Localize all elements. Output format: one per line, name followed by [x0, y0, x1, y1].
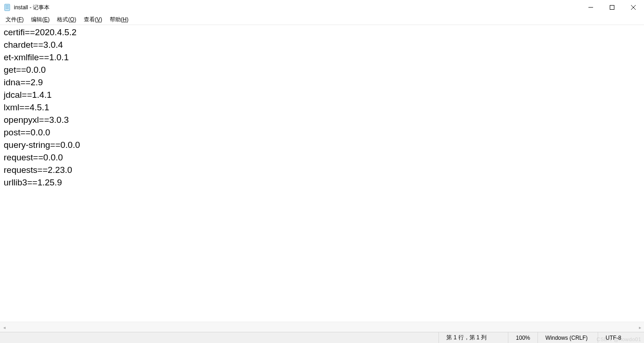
window-title: install - 记事本: [14, 4, 50, 12]
horizontal-scrollbar[interactable]: ◂ ▸: [0, 322, 644, 332]
scroll-right-arrow-icon: ▸: [636, 322, 644, 332]
menubar: 文件(F) 编辑(E) 格式(O) 查看(V) 帮助(H): [0, 15, 644, 25]
svg-rect-0: [5, 4, 10, 11]
menu-help[interactable]: 帮助(H): [107, 15, 131, 25]
status-line-ending: Windows (CRLF): [538, 332, 598, 343]
status-encoding: UTF-8 CSDN @howdo01: [598, 332, 644, 343]
minimize-button[interactable]: [580, 0, 601, 15]
menu-edit[interactable]: 编辑(E): [28, 15, 52, 25]
maximize-button[interactable]: [601, 0, 623, 15]
menu-format[interactable]: 格式(O): [54, 15, 79, 25]
menu-view[interactable]: 查看(V): [81, 15, 105, 25]
scroll-left-arrow-icon: ◂: [0, 322, 8, 332]
status-encoding-label: UTF-8: [606, 335, 621, 341]
editor-container: certifi==2020.4.5.2 chardet==3.0.4 et-xm…: [0, 25, 644, 322]
close-button[interactable]: [623, 0, 644, 15]
status-cursor-position: 第 1 行，第 1 列: [438, 332, 508, 343]
window-titlebar: install - 记事本: [0, 0, 644, 15]
menu-file[interactable]: 文件(F): [3, 15, 26, 25]
svg-rect-5: [610, 6, 614, 10]
text-editor[interactable]: certifi==2020.4.5.2 chardet==3.0.4 et-xm…: [0, 25, 644, 322]
status-zoom: 100%: [508, 332, 538, 343]
titlebar-left: install - 记事本: [4, 4, 50, 12]
statusbar: 第 1 行，第 1 列 100% Windows (CRLF) UTF-8 CS…: [0, 332, 644, 343]
window-controls: [580, 0, 644, 15]
notepad-icon: [4, 4, 11, 11]
